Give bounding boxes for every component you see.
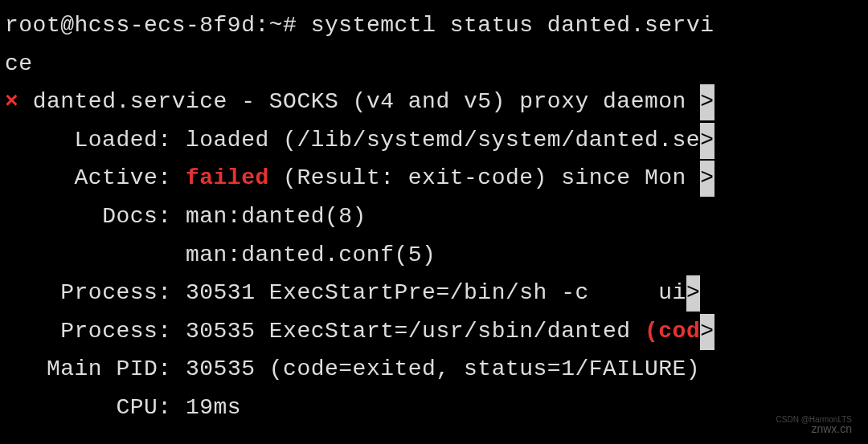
unit-description: danted.service - SOCKS (v4 and v5) proxy… [33,89,686,114]
prompt-cwd: ~ [269,13,283,38]
truncation-marker: > [686,275,700,312]
process2-pid: 30535 [186,319,256,344]
mainpid-label: Main PID: [47,356,172,381]
loaded-line: Loaded: loaded (/lib/systemd/system/dant… [5,121,863,160]
docs-label: Docs: [102,204,172,229]
active-line: Active: failed (Result: exit-code) since… [5,159,863,198]
process2-cmd: ExecStart=/usr/sbin/danted [269,319,631,344]
unit-line: × danted.service - SOCKS (v4 and v5) pro… [5,83,863,121]
loaded-label: Loaded: [75,128,172,153]
docs-value-2: man:danted.conf(5) [186,242,436,267]
command-wrap: ce [5,51,33,76]
docs-line-1: Docs: man:danted(8) [5,198,863,236]
watermark-znwx: znwx.cn [811,420,852,439]
prompt-line-1: root@hcss-ecs-8f9d:~# systemctl status d… [5,6,863,45]
status-bullet: × [5,89,18,114]
active-label: Active: [75,165,172,190]
active-status: failed [186,165,269,190]
command-text: systemctl status danted.servi [311,13,714,38]
prompt-line-2: ce [5,45,863,84]
cpu-line: CPU: 19ms [5,389,863,427]
process-line-2: Process: 30535 ExecStart=/usr/sbin/dante… [5,312,863,351]
process-line-1: Process: 30531 ExecStartPre=/bin/sh -c u… [5,274,863,312]
truncation-marker: > [700,161,714,197]
loaded-value: loaded (/lib/systemd/system/danted.se [186,128,700,153]
mainpid-value: 30535 (code=exited, status=1/FAILURE) [186,356,700,381]
process1-label: Process: [60,280,171,305]
cpu-value: 19ms [186,395,241,420]
active-result: (Result: exit-code) since Mon [283,165,686,190]
mainpid-line: Main PID: 30535 (code=exited, status=1/F… [5,350,863,389]
truncation-marker: > [700,314,714,350]
process2-code: (cod [645,319,700,344]
prompt-user-host: root@hcss-ecs-8f9d [5,13,255,38]
process1-cmd: ExecStartPre=/bin/sh -c ui [269,280,686,305]
process1-pid: 30531 [186,280,256,305]
process2-label: Process: [60,319,171,344]
truncation-marker: > [700,84,714,120]
docs-line-2: man:danted.conf(5) [5,236,863,275]
docs-value-1: man:danted(8) [186,204,366,229]
truncation-marker: > [700,123,714,159]
prompt-symbol: # [283,13,297,38]
cpu-label: CPU: [116,395,171,420]
